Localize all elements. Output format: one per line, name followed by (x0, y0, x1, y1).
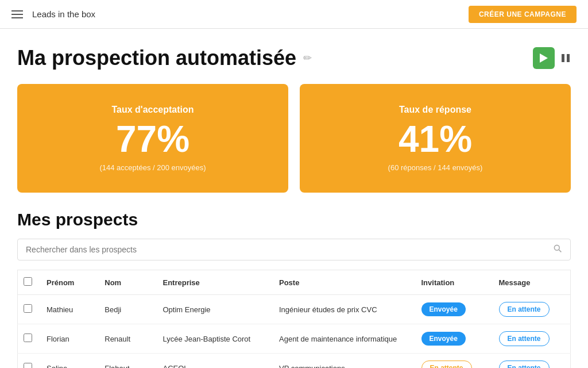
prospects-table: Prénom Nom Entreprise Poste Invitation M… (17, 270, 571, 368)
row-nom: Bedji (99, 295, 157, 324)
main-content: Ma prospection automatisée ✏ Taux d'acce… (0, 29, 588, 368)
row-poste: Ingénieur études de prix CVC (273, 295, 416, 324)
col-header-message: Message (493, 270, 571, 295)
page-title-left: Ma prospection automatisée ✏ (17, 46, 312, 70)
svg-rect-1 (562, 54, 564, 62)
svg-marker-0 (540, 53, 548, 63)
play-button[interactable] (533, 47, 555, 69)
stat-sub-acceptance: (144 acceptées / 200 envoyées) (29, 163, 277, 172)
select-all-checkbox[interactable] (24, 277, 32, 286)
page-title: Ma prospection automatisée (17, 46, 296, 70)
svg-point-3 (554, 245, 559, 250)
page-title-row: Ma prospection automatisée ✏ (17, 46, 571, 70)
row-entreprise: Lycée Jean-Baptiste Corot (157, 324, 274, 354)
stat-label-acceptance: Taux d'acceptation (29, 105, 277, 115)
create-campaign-button[interactable]: CRÉER UNE CAMPAGNE (469, 6, 577, 23)
message-badge[interactable]: En attente (499, 361, 550, 368)
row-invitation: Envoyée (416, 324, 493, 354)
table-header: Prénom Nom Entreprise Poste Invitation M… (18, 270, 571, 295)
col-header-entreprise: Entreprise (157, 270, 274, 295)
invitation-badge[interactable]: Envoyée (421, 302, 466, 316)
col-header-invitation: Invitation (416, 270, 493, 295)
hamburger-menu[interactable] (11, 10, 23, 18)
page-title-actions (533, 47, 571, 69)
row-check-cell (18, 324, 41, 354)
row-check-cell (18, 354, 41, 369)
row-prenom: Soline (41, 354, 99, 369)
play-icon (540, 53, 548, 63)
svg-line-4 (559, 250, 561, 252)
row-prenom: Florian (41, 324, 99, 354)
prospects-section-title: Mes prospects (17, 210, 571, 229)
search-icon (553, 244, 562, 255)
stats-row: Taux d'acceptation 77% (144 acceptées / … (17, 84, 571, 193)
table-body: Mathieu Bedji Optim Energie Ingénieur ét… (18, 295, 571, 369)
svg-rect-2 (567, 54, 570, 62)
stat-value-response: 41% (311, 121, 559, 158)
row-checkbox-2[interactable] (24, 363, 32, 368)
navbar: Leads in the box CRÉER UNE CAMPAGNE (0, 0, 588, 29)
col-header-check (18, 270, 41, 295)
row-prenom: Mathieu (41, 295, 99, 324)
invitation-badge[interactable]: Envoyée (421, 332, 466, 346)
stat-card-acceptance: Taux d'acceptation 77% (144 acceptées / … (17, 84, 288, 193)
search-input[interactable] (26, 245, 553, 254)
stat-sub-response: (60 réponses / 144 envoyés) (311, 163, 559, 172)
pause-button[interactable] (560, 53, 571, 63)
row-nom: Flahaut (99, 354, 157, 369)
row-message: En attente (493, 295, 571, 324)
stat-value-acceptance: 77% (29, 121, 277, 158)
row-check-cell (18, 295, 41, 324)
row-poste: VP communications (273, 354, 416, 369)
table-row: Florian Renault Lycée Jean-Baptiste Coro… (18, 324, 571, 354)
message-badge[interactable]: En attente (499, 302, 550, 317)
table-row: Soline Flahaut ACEOL VP communications E… (18, 354, 571, 369)
row-entreprise: Optim Energie (157, 295, 274, 324)
edit-icon[interactable]: ✏ (303, 52, 312, 64)
row-invitation: Envoyée (416, 295, 493, 324)
row-poste: Agent de maintenance informatique (273, 324, 416, 354)
row-message: En attente (493, 354, 571, 369)
invitation-badge[interactable]: En attente (421, 361, 472, 368)
col-header-nom: Nom (99, 270, 157, 295)
table-row: Mathieu Bedji Optim Energie Ingénieur ét… (18, 295, 571, 324)
row-checkbox-1[interactable] (24, 334, 32, 342)
nav-title: Leads in the box (32, 9, 95, 19)
navbar-left: Leads in the box (11, 9, 95, 19)
stat-label-response: Taux de réponse (311, 105, 559, 115)
search-bar (17, 239, 571, 260)
message-badge[interactable]: En attente (499, 331, 550, 346)
col-header-poste: Poste (273, 270, 416, 295)
row-entreprise: ACEOL (157, 354, 274, 369)
row-message: En attente (493, 324, 571, 354)
row-invitation: En attente (416, 354, 493, 369)
pause-icon (560, 53, 571, 63)
stat-card-response: Taux de réponse 41% (60 réponses / 144 e… (300, 84, 571, 193)
row-nom: Renault (99, 324, 157, 354)
row-checkbox-0[interactable] (24, 304, 32, 313)
col-header-prenom: Prénom (41, 270, 99, 295)
